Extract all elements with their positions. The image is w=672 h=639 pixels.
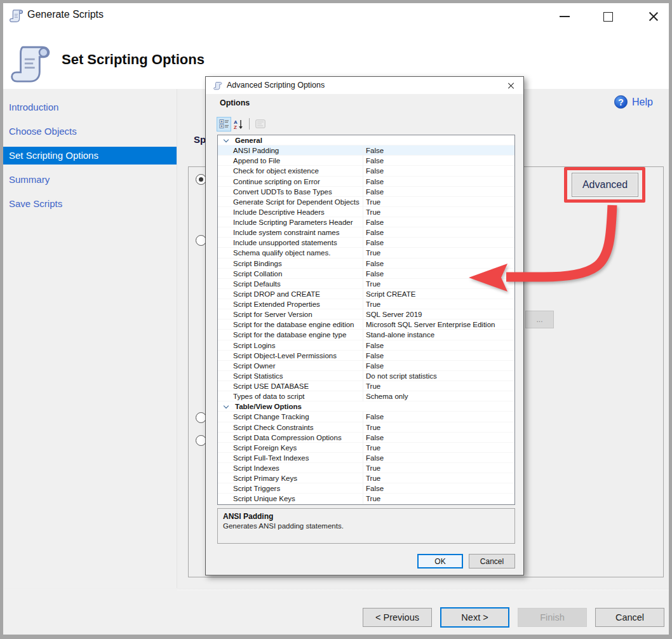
property-row[interactable]: Types of data to scriptSchema only: [218, 391, 514, 401]
property-name: Script DROP and CREATE: [218, 289, 363, 299]
property-row[interactable]: Script TriggersFalse: [218, 483, 514, 494]
property-row[interactable]: Script USE DATABASETrue: [218, 381, 514, 391]
maximize-button[interactable]: [598, 7, 618, 26]
property-value[interactable]: Microsoft SQL Server Enterprise Edition: [363, 320, 514, 330]
property-row[interactable]: Script BindingsFalse: [218, 259, 514, 269]
property-row[interactable]: Script for the database engine typeStand…: [218, 330, 514, 340]
minimize-button[interactable]: [554, 7, 575, 26]
property-row[interactable]: Script DROP and CREATEScript CREATE: [218, 289, 514, 299]
property-name: Script Collation: [218, 269, 363, 279]
property-value[interactable]: False: [363, 166, 514, 176]
sidebar-item-summary[interactable]: Summary: [3, 171, 177, 189]
property-row[interactable]: Script OwnerFalse: [218, 361, 514, 371]
property-row[interactable]: Include unsupported statementsFalse: [218, 238, 514, 248]
property-value[interactable]: True: [363, 463, 514, 473]
property-row[interactable]: Script CollationFalse: [218, 269, 514, 279]
property-name: Script Defaults: [218, 279, 363, 289]
property-value[interactable]: Schema only: [363, 391, 514, 401]
cancel-button[interactable]: Cancel: [595, 608, 664, 627]
property-value[interactable]: Script CREATE: [363, 289, 514, 299]
window-title: Generate Scripts: [27, 9, 104, 20]
property-name: Generate Script for Dependent Objects: [218, 197, 363, 207]
property-value[interactable]: False: [363, 453, 514, 463]
property-value[interactable]: False: [363, 217, 514, 227]
property-row[interactable]: Script for Server VersionSQL Server 2019: [218, 309, 514, 320]
property-row[interactable]: Convert UDDTs to Base TypesFalse: [218, 187, 514, 197]
help-link[interactable]: ? Help: [614, 95, 653, 109]
property-value[interactable]: False: [363, 177, 514, 187]
property-value[interactable]: True: [363, 473, 514, 483]
property-row[interactable]: Append to FileFalse: [218, 156, 514, 166]
property-name: Script Bindings: [218, 259, 363, 269]
property-value[interactable]: True: [363, 422, 514, 433]
property-row[interactable]: Script Change TrackingFalse: [218, 412, 514, 422]
property-row[interactable]: Script LoginsFalse: [218, 340, 514, 351]
property-row[interactable]: ANSI PaddingFalse: [218, 145, 514, 156]
property-row[interactable]: Script Primary KeysTrue: [218, 473, 514, 483]
property-value[interactable]: SQL Server 2019: [363, 309, 514, 320]
property-value[interactable]: True: [363, 248, 514, 258]
property-value[interactable]: True: [363, 197, 514, 207]
property-row[interactable]: Script StatisticsDo not script statistic…: [218, 371, 514, 381]
property-row[interactable]: Schema qualify object names.True: [218, 248, 514, 258]
property-row[interactable]: Include Scripting Parameters HeaderFalse: [218, 217, 514, 227]
sidebar-item-set-scripting-options[interactable]: Set Scripting Options: [3, 147, 177, 165]
property-value[interactable]: True: [363, 299, 514, 309]
close-button[interactable]: [643, 7, 664, 26]
property-row[interactable]: Script for the database engine editionMi…: [218, 320, 514, 330]
property-name: Script for Server Version: [218, 309, 363, 320]
property-value[interactable]: False: [363, 351, 514, 361]
property-row[interactable]: Script Object-Level PermissionsFalse: [218, 351, 514, 361]
property-value[interactable]: False: [363, 483, 514, 494]
property-row[interactable]: Generate Script for Dependent ObjectsTru…: [218, 197, 514, 207]
browse-ellipsis-button[interactable]: ...: [525, 311, 554, 328]
property-value[interactable]: True: [363, 494, 514, 504]
property-row[interactable]: Script DefaultsTrue: [218, 279, 514, 289]
sidebar-item-save-scripts[interactable]: Save Scripts: [3, 195, 177, 213]
property-name: Check for object existence: [218, 166, 363, 176]
sidebar: IntroductionChoose ObjectsSet Scripting …: [3, 89, 177, 588]
property-name: Script Unique Keys: [218, 494, 363, 504]
property-value[interactable]: True: [363, 207, 514, 217]
property-value[interactable]: False: [363, 361, 514, 371]
advanced-button[interactable]: Advanced: [572, 173, 638, 197]
next-button[interactable]: Next >: [440, 607, 509, 628]
grid-category-row[interactable]: Table/View Options: [218, 401, 514, 412]
property-row[interactable]: Check for object existenceFalse: [218, 166, 514, 176]
property-row[interactable]: Continue scripting on ErrorFalse: [218, 177, 514, 187]
property-row[interactable]: Include system constraint namesFalse: [218, 227, 514, 238]
property-value[interactable]: False: [363, 238, 514, 248]
property-value[interactable]: False: [363, 340, 514, 351]
property-row[interactable]: Script IndexesTrue: [218, 463, 514, 473]
property-row[interactable]: Script Full-Text IndexesFalse: [218, 453, 514, 463]
cancel-button[interactable]: Cancel: [469, 554, 515, 568]
property-value[interactable]: False: [363, 187, 514, 197]
categorized-icon[interactable]: [217, 117, 231, 131]
property-value[interactable]: True: [363, 279, 514, 289]
alphabetical-sort-icon[interactable]: A Z: [231, 117, 246, 131]
ok-button[interactable]: OK: [417, 554, 463, 568]
dialog-title: Advanced Scripting Options: [227, 81, 325, 90]
dialog-close-button[interactable]: [504, 79, 518, 91]
previous-button[interactable]: < Previous: [363, 608, 432, 627]
property-value[interactable]: False: [363, 227, 514, 238]
property-value[interactable]: Stand-alone instance: [363, 330, 514, 340]
property-value[interactable]: Do not script statistics: [363, 371, 514, 381]
property-row[interactable]: Script Foreign KeysTrue: [218, 443, 514, 453]
property-row[interactable]: Script Data Compression OptionsFalse: [218, 433, 514, 443]
property-value[interactable]: False: [363, 269, 514, 279]
property-value[interactable]: False: [363, 145, 514, 156]
sidebar-item-choose-objects[interactable]: Choose Objects: [3, 123, 177, 140]
grid-category-row[interactable]: General: [218, 135, 514, 145]
property-value[interactable]: False: [363, 259, 514, 269]
sidebar-item-introduction[interactable]: Introduction: [3, 98, 177, 116]
property-value[interactable]: False: [363, 156, 514, 166]
property-row[interactable]: Script Extended PropertiesTrue: [218, 299, 514, 309]
property-value[interactable]: False: [363, 412, 514, 422]
property-value[interactable]: True: [363, 443, 514, 453]
property-value[interactable]: False: [363, 433, 514, 443]
property-row[interactable]: Include Descriptive HeadersTrue: [218, 207, 514, 217]
property-row[interactable]: Script Unique KeysTrue: [218, 494, 514, 504]
property-row[interactable]: Script Check ConstraintsTrue: [218, 422, 514, 433]
property-value[interactable]: True: [363, 381, 514, 391]
